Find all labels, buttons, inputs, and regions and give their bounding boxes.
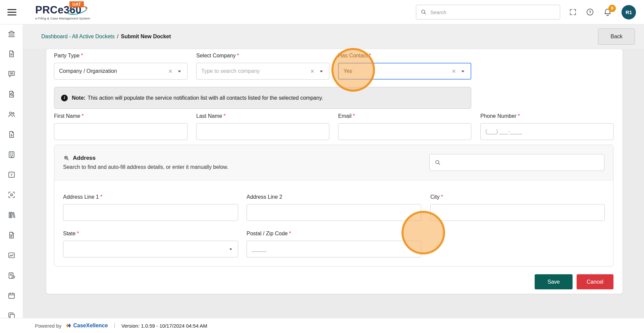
select-company-combobox[interactable]: × xyxy=(196,63,329,80)
phone-number-label: Phone Number* xyxy=(480,113,613,120)
sidebar-item-filings[interactable] xyxy=(7,50,16,58)
has-contact-value: Yes xyxy=(343,68,448,74)
app-tagline: e-Filing & Case Management System xyxy=(35,16,90,20)
phone-number-field: Phone Number* xyxy=(480,113,613,140)
chevron-down-icon[interactable] xyxy=(318,67,325,75)
breadcrumb-parent-link[interactable]: Dashboard - All Active Dockets xyxy=(41,34,115,40)
required-asterisk: * xyxy=(353,113,355,119)
chat-icon xyxy=(7,70,16,78)
has-contact-label: Has Contact* xyxy=(338,52,471,59)
zip-input[interactable] xyxy=(247,241,421,257)
chevron-down-icon[interactable] xyxy=(459,67,467,75)
address-lookup-icon xyxy=(63,155,70,161)
casexellence-logo[interactable]: CaseXellence xyxy=(65,323,108,329)
sidebar-item-library[interactable] xyxy=(7,211,16,219)
select-company-label: Select Company* xyxy=(196,52,329,59)
has-contact-select[interactable]: Yes × xyxy=(338,63,471,80)
city-input[interactable] xyxy=(430,204,605,221)
back-button[interactable]: Back xyxy=(598,29,635,45)
state-label: State* xyxy=(63,230,238,237)
svg-text:?: ? xyxy=(589,10,591,14)
phone-number-input[interactable] xyxy=(480,123,613,140)
zip-label: Postal / Zip Code* xyxy=(247,230,421,237)
required-asterisk: * xyxy=(223,113,225,119)
svg-text:T: T xyxy=(10,173,12,177)
email-field: Email* xyxy=(338,113,471,140)
required-asterisk: * xyxy=(82,113,84,119)
city-field: City* xyxy=(430,194,605,221)
clear-icon[interactable]: × xyxy=(310,68,314,75)
submit-docket-form-card: Party Type* Company / Organization × Sel… xyxy=(46,49,623,294)
sidebar-item-docket-search[interactable] xyxy=(7,90,16,98)
address-search-input[interactable] xyxy=(444,159,599,165)
address-subtitle: Search to find and auto-fill address det… xyxy=(63,164,228,170)
select-company-field: Select Company* × xyxy=(196,52,329,80)
first-name-input[interactable] xyxy=(54,123,187,140)
sidebar-item-templates[interactable] xyxy=(7,312,16,318)
address-title: Address xyxy=(73,155,96,161)
help-icon: ? xyxy=(586,8,594,16)
party-type-select[interactable]: Company / Organization × xyxy=(54,63,187,80)
address-line2-label: Address Line 2 xyxy=(247,194,421,200)
sidebar-item-tariffs[interactable]: T xyxy=(7,171,16,179)
email-label: Email* xyxy=(338,113,471,120)
scan-search-icon xyxy=(7,191,16,199)
notifications-button[interactable]: 9 xyxy=(603,8,612,17)
first-name-field: First Name* xyxy=(54,113,187,140)
chart-image-icon xyxy=(7,251,16,259)
required-asterisk: * xyxy=(77,231,79,236)
sidebar-item-dashboard[interactable] xyxy=(7,30,16,38)
bank-icon xyxy=(7,30,16,38)
sidebar-item-invoices[interactable]: $ xyxy=(7,130,16,139)
fullscreen-button[interactable] xyxy=(569,8,577,16)
state-field: State* xyxy=(63,230,238,257)
info-icon: i xyxy=(61,95,68,101)
chevron-down-icon[interactable] xyxy=(228,246,234,252)
has-contact-field: Has Contact* Yes × xyxy=(338,52,471,80)
save-button[interactable]: Save xyxy=(535,274,573,289)
sidebar-item-analytics[interactable] xyxy=(7,251,16,259)
last-name-field: Last Name* xyxy=(196,113,329,140)
library-icon xyxy=(7,211,16,219)
clear-icon[interactable]: × xyxy=(168,68,172,75)
last-name-input[interactable] xyxy=(196,123,329,140)
select-company-input[interactable] xyxy=(201,68,307,74)
clear-icon[interactable]: × xyxy=(452,68,456,75)
menu-icon[interactable] xyxy=(7,7,16,17)
address-line1-input[interactable] xyxy=(63,204,238,221)
last-name-label: Last Name* xyxy=(196,113,329,120)
address-line2-input[interactable] xyxy=(247,204,421,221)
sidebar-item-companies[interactable] xyxy=(7,150,16,159)
sidebar-item-calendar[interactable] xyxy=(7,291,16,300)
email-input[interactable] xyxy=(338,123,471,140)
sidebar-item-messages[interactable] xyxy=(7,70,16,78)
note-title: Note: xyxy=(72,95,86,101)
required-asterisk: * xyxy=(237,53,239,58)
address-line1-field: Address Line 1* xyxy=(63,194,238,221)
address-header: Address Search to find and auto-fill add… xyxy=(54,145,613,180)
note-banner: i Note:This action will populate the ser… xyxy=(54,87,471,109)
notification-badge: 9 xyxy=(608,5,616,12)
app-logo[interactable]: PRCe360 UAT e-Filing & Case Management S… xyxy=(35,4,90,20)
breadcrumb-separator: / xyxy=(117,34,118,40)
state-select[interactable] xyxy=(63,241,238,257)
page-title: Submit New Docket xyxy=(121,34,171,40)
user-avatar[interactable]: R1 xyxy=(622,5,636,19)
help-button[interactable]: ? xyxy=(586,8,594,16)
building-icon xyxy=(7,150,16,159)
address-search-box xyxy=(429,154,604,171)
city-label: City* xyxy=(430,194,605,200)
sidebar-item-pending-tasks[interactable] xyxy=(7,271,16,280)
chevron-down-icon[interactable] xyxy=(176,67,183,75)
copy-layers-icon xyxy=(7,312,16,318)
sidebar-item-reports[interactable] xyxy=(7,231,16,239)
cancel-button[interactable]: Cancel xyxy=(577,274,613,289)
required-asterisk: * xyxy=(81,53,83,58)
note-body: This action will populate the service no… xyxy=(88,95,323,101)
first-name-label: First Name* xyxy=(54,113,187,120)
sidebar-item-parties[interactable] xyxy=(7,110,16,118)
global-search-input[interactable] xyxy=(430,9,556,15)
sidebar-item-records-scan[interactable] xyxy=(7,191,16,199)
fullscreen-icon xyxy=(569,8,577,16)
global-search xyxy=(416,5,560,19)
